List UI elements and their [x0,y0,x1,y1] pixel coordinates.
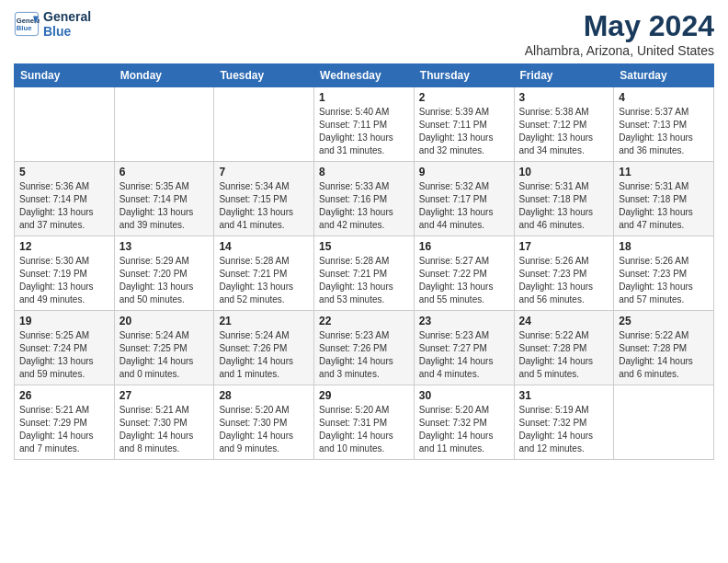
logo-icon: General Blue [14,11,40,37]
logo-line2: Blue [43,24,91,39]
day-info: Sunrise: 5:33 AM Sunset: 7:16 PM Dayligh… [319,180,409,232]
calendar-cell-w2-d1: 5Sunrise: 5:36 AM Sunset: 7:14 PM Daylig… [15,162,115,236]
day-number: 19 [19,315,109,327]
day-number: 13 [119,240,210,253]
calendar-cell-w2-d6: 10Sunrise: 5:31 AM Sunset: 7:18 PM Dayli… [514,162,614,236]
main-title: May 2024 [525,9,714,43]
day-info: Sunrise: 5:28 AM Sunset: 7:21 PM Dayligh… [219,255,309,306]
week-row-1: 1Sunrise: 5:40 AM Sunset: 7:11 PM Daylig… [15,87,714,162]
day-number: 20 [119,315,210,327]
day-info: Sunrise: 5:31 AM Sunset: 7:18 PM Dayligh… [619,180,709,232]
calendar-cell-w5-d1: 26Sunrise: 5:21 AM Sunset: 7:29 PM Dayli… [15,385,115,460]
header-friday: Friday [514,64,614,87]
calendar-cell-w3-d1: 12Sunrise: 5:30 AM Sunset: 7:19 PM Dayli… [15,236,115,311]
page-container: General Blue General Blue May 2024 Alham… [0,0,728,469]
day-info: Sunrise: 5:34 AM Sunset: 7:15 PM Dayligh… [219,180,309,232]
calendar-cell-w5-d2: 27Sunrise: 5:21 AM Sunset: 7:30 PM Dayli… [114,385,214,460]
day-number: 21 [219,315,309,327]
calendar-cell-w1-d7: 4Sunrise: 5:37 AM Sunset: 7:13 PM Daylig… [614,87,714,162]
calendar-cell-w4-d4: 22Sunrise: 5:23 AM Sunset: 7:26 PM Dayli… [314,311,415,385]
day-number: 2 [419,91,509,104]
calendar-cell-w1-d1 [15,87,115,162]
calendar-cell-w5-d7 [614,385,714,460]
calendar-cell-w1-d5: 2Sunrise: 5:39 AM Sunset: 7:11 PM Daylig… [414,87,514,162]
header: General Blue General Blue May 2024 Alham… [14,9,714,58]
week-row-5: 26Sunrise: 5:21 AM Sunset: 7:29 PM Dayli… [15,385,714,460]
day-info: Sunrise: 5:37 AM Sunset: 7:13 PM Dayligh… [619,106,709,157]
day-number: 26 [19,389,109,402]
logo-text: General Blue [43,9,91,39]
day-number: 29 [319,389,409,402]
week-row-4: 19Sunrise: 5:25 AM Sunset: 7:24 PM Dayli… [15,311,714,385]
calendar-cell-w4-d5: 23Sunrise: 5:23 AM Sunset: 7:27 PM Dayli… [414,311,514,385]
day-info: Sunrise: 5:22 AM Sunset: 7:28 PM Dayligh… [519,329,609,381]
day-number: 7 [219,166,309,178]
calendar-cell-w3-d7: 18Sunrise: 5:26 AM Sunset: 7:23 PM Dayli… [614,236,714,311]
day-number: 28 [219,389,309,402]
day-number: 17 [519,240,609,253]
day-info: Sunrise: 5:30 AM Sunset: 7:19 PM Dayligh… [19,255,109,306]
header-wednesday: Wednesday [314,64,415,87]
header-sunday: Sunday [15,64,115,87]
calendar-cell-w4-d6: 24Sunrise: 5:22 AM Sunset: 7:28 PM Dayli… [514,311,614,385]
calendar-cell-w2-d7: 11Sunrise: 5:31 AM Sunset: 7:18 PM Dayli… [614,162,714,236]
day-number: 30 [419,389,509,402]
day-number: 27 [119,389,210,402]
calendar-cell-w1-d2 [114,87,214,162]
calendar-cell-w3-d6: 17Sunrise: 5:26 AM Sunset: 7:23 PM Dayli… [514,236,614,311]
day-info: Sunrise: 5:22 AM Sunset: 7:28 PM Dayligh… [619,329,709,381]
day-number: 15 [319,240,409,253]
day-info: Sunrise: 5:20 AM Sunset: 7:30 PM Dayligh… [219,404,309,455]
day-info: Sunrise: 5:38 AM Sunset: 7:12 PM Dayligh… [519,106,609,157]
day-number: 10 [519,166,609,178]
calendar-cell-w5-d4: 29Sunrise: 5:20 AM Sunset: 7:31 PM Dayli… [314,385,415,460]
calendar-cell-w3-d5: 16Sunrise: 5:27 AM Sunset: 7:22 PM Dayli… [414,236,514,311]
day-info: Sunrise: 5:32 AM Sunset: 7:17 PM Dayligh… [419,180,509,232]
day-number: 8 [319,166,409,178]
calendar-cell-w4-d1: 19Sunrise: 5:25 AM Sunset: 7:24 PM Dayli… [15,311,115,385]
logo-line1: General [43,9,91,24]
day-number: 9 [419,166,509,178]
week-row-2: 5Sunrise: 5:36 AM Sunset: 7:14 PM Daylig… [15,162,714,236]
day-number: 18 [619,240,709,253]
header-monday: Monday [114,64,214,87]
title-section: May 2024 Alhambra, Arizona, United State… [525,9,714,58]
day-number: 6 [119,166,210,178]
day-number: 3 [519,91,609,104]
calendar-cell-w2-d5: 9Sunrise: 5:32 AM Sunset: 7:17 PM Daylig… [414,162,514,236]
day-number: 12 [19,240,109,253]
day-number: 1 [319,91,409,104]
day-number: 31 [519,389,609,402]
day-info: Sunrise: 5:27 AM Sunset: 7:22 PM Dayligh… [419,255,509,306]
day-info: Sunrise: 5:35 AM Sunset: 7:14 PM Dayligh… [119,180,210,232]
day-info: Sunrise: 5:29 AM Sunset: 7:20 PM Dayligh… [119,255,210,306]
day-number: 4 [619,91,709,104]
week-row-3: 12Sunrise: 5:30 AM Sunset: 7:19 PM Dayli… [15,236,714,311]
day-info: Sunrise: 5:23 AM Sunset: 7:26 PM Dayligh… [319,329,409,381]
header-saturday: Saturday [614,64,714,87]
day-info: Sunrise: 5:40 AM Sunset: 7:11 PM Dayligh… [319,106,409,157]
weekday-header-row: Sunday Monday Tuesday Wednesday Thursday… [15,64,714,87]
calendar-cell-w5-d3: 28Sunrise: 5:20 AM Sunset: 7:30 PM Dayli… [214,385,314,460]
day-info: Sunrise: 5:24 AM Sunset: 7:25 PM Dayligh… [119,329,210,381]
day-info: Sunrise: 5:21 AM Sunset: 7:29 PM Dayligh… [19,404,109,455]
calendar-table: Sunday Monday Tuesday Wednesday Thursday… [14,63,714,460]
day-info: Sunrise: 5:31 AM Sunset: 7:18 PM Dayligh… [519,180,609,232]
day-info: Sunrise: 5:39 AM Sunset: 7:11 PM Dayligh… [419,106,509,157]
day-info: Sunrise: 5:20 AM Sunset: 7:31 PM Dayligh… [319,404,409,455]
day-info: Sunrise: 5:26 AM Sunset: 7:23 PM Dayligh… [619,255,709,306]
calendar-cell-w4-d2: 20Sunrise: 5:24 AM Sunset: 7:25 PM Dayli… [114,311,214,385]
calendar-cell-w3-d4: 15Sunrise: 5:28 AM Sunset: 7:21 PM Dayli… [314,236,415,311]
day-number: 14 [219,240,309,253]
day-info: Sunrise: 5:23 AM Sunset: 7:27 PM Dayligh… [419,329,509,381]
calendar-cell-w2-d3: 7Sunrise: 5:34 AM Sunset: 7:15 PM Daylig… [214,162,314,236]
day-number: 22 [319,315,409,327]
calendar-cell-w3-d3: 14Sunrise: 5:28 AM Sunset: 7:21 PM Dayli… [214,236,314,311]
day-info: Sunrise: 5:28 AM Sunset: 7:21 PM Dayligh… [319,255,409,306]
header-thursday: Thursday [414,64,514,87]
day-info: Sunrise: 5:25 AM Sunset: 7:24 PM Dayligh… [19,329,109,381]
calendar-cell-w1-d4: 1Sunrise: 5:40 AM Sunset: 7:11 PM Daylig… [314,87,415,162]
header-tuesday: Tuesday [214,64,314,87]
calendar-cell-w4-d7: 25Sunrise: 5:22 AM Sunset: 7:28 PM Dayli… [614,311,714,385]
day-number: 16 [419,240,509,253]
